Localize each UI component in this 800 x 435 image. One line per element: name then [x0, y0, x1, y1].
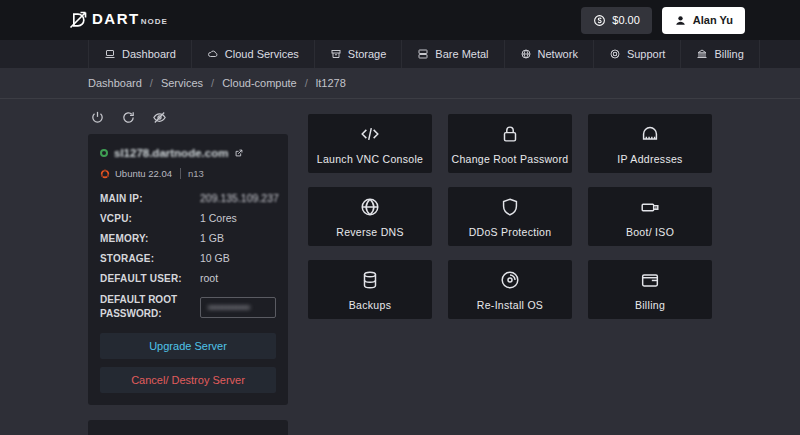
os-row: Ubuntu 22.04 n13: [100, 168, 276, 188]
user-avatar-icon: [674, 14, 687, 27]
detail-label: MEMORY:: [100, 233, 200, 244]
brand-name: DART: [92, 10, 140, 27]
nav-item-billing[interactable]: Billing: [681, 40, 759, 68]
nav-label: Support: [627, 48, 666, 60]
breadcrumb-separator: /: [305, 77, 308, 89]
tile-label: DDoS Protection: [469, 226, 552, 238]
tile-label: Change Root Password: [452, 153, 569, 165]
nav-item-storage[interactable]: Storage: [315, 40, 403, 68]
billing-icon: [696, 48, 708, 60]
nav-item-network[interactable]: Network: [505, 40, 594, 68]
user-name: Alan Yu: [693, 14, 733, 26]
dart-arrow-icon: [68, 10, 88, 30]
reverse-dns-button[interactable]: Reverse DNS: [308, 187, 432, 246]
shield-icon: [499, 196, 521, 218]
nav-item-cloud-services[interactable]: Cloud Services: [192, 40, 315, 68]
billing-button[interactable]: Billing: [588, 260, 712, 319]
coin-icon: [593, 14, 606, 27]
user-menu-button[interactable]: Alan Yu: [662, 7, 745, 34]
cloud-icon: [207, 48, 219, 60]
ddos-protection-button[interactable]: DDoS Protection: [448, 187, 572, 246]
nav-item-support[interactable]: Support: [594, 40, 682, 68]
detail-label: STORAGE:: [100, 253, 200, 264]
root-password-value: ••••••••••••: [208, 302, 250, 313]
breadcrumb-dashboard[interactable]: Dashboard: [88, 77, 142, 89]
boot-iso-button[interactable]: Boot/ ISO: [588, 187, 712, 246]
vcpu-value: 1 Cores: [200, 212, 237, 224]
nav-item-bare-metal[interactable]: Bare Metal: [402, 40, 504, 68]
nav-label: Bare Metal: [435, 48, 488, 60]
tile-label: Reverse DNS: [336, 226, 403, 238]
hostname-row: sl1278.dartnode.com: [100, 144, 276, 168]
upgrade-server-button[interactable]: Upgrade Server: [100, 333, 276, 359]
lock-icon: [499, 123, 521, 145]
balance-amount: $0.00: [612, 14, 640, 26]
main-nav: Dashboard Cloud Services Storage Bare Me…: [0, 40, 800, 68]
nav-label: Cloud Services: [225, 48, 299, 60]
detail-row-memory: MEMORY: 1 GB: [100, 228, 276, 248]
reboot-button[interactable]: [121, 110, 136, 125]
server-info-card: sl1278.dartnode.com Ubuntu 22.04 n13 MAI…: [88, 134, 288, 405]
cancel-destroy-server-button[interactable]: Cancel/ Destroy Server: [100, 367, 276, 393]
os-name: Ubuntu 22.04: [115, 168, 172, 179]
dartnode-logo[interactable]: DART NODE: [68, 10, 168, 30]
node-tag: n13: [180, 168, 204, 179]
nav-item-dashboard[interactable]: Dashboard: [88, 40, 192, 68]
root-password-row: DEFAULT ROOT PASSWORD: ••••••••••••: [100, 288, 276, 324]
topbar-actions: $0.00 Alan Yu: [581, 7, 745, 34]
detail-row-main-ip: MAIN IP: 209.135.109.237: [100, 188, 276, 208]
tile-label: Boot/ ISO: [626, 226, 674, 238]
server-status-indicator: [100, 149, 108, 157]
detail-label: VCPU:: [100, 213, 200, 224]
breadcrumb-separator: /: [211, 77, 214, 89]
breadcrumb: Dashboard / Services / Cloud-compute / l…: [0, 68, 800, 99]
support-icon: [609, 48, 621, 60]
usage-monitor-header: [88, 420, 288, 435]
breadcrumb-separator: /: [150, 77, 153, 89]
nav-label: Dashboard: [122, 48, 176, 60]
nav-label: Billing: [714, 48, 743, 60]
ubuntu-icon: [100, 169, 110, 179]
ethernet-icon: [639, 123, 661, 145]
tile-label: Backups: [349, 299, 391, 311]
hide-details-button[interactable]: [152, 110, 167, 125]
server-sidebar: sl1278.dartnode.com Ubuntu 22.04 n13 MAI…: [88, 107, 288, 435]
launch-vnc-console-button[interactable]: Launch VNC Console: [308, 114, 432, 173]
tile-label: Billing: [635, 299, 665, 311]
main-ip-value: 209.135.109.237: [200, 192, 279, 204]
storage-value: 10 GB: [200, 252, 230, 264]
nav-label: Network: [538, 48, 578, 60]
root-password-field[interactable]: ••••••••••••: [200, 297, 276, 318]
power-button[interactable]: [90, 110, 105, 125]
detail-label: DEFAULT USER:: [100, 273, 200, 284]
tile-label: Launch VNC Console: [317, 153, 423, 165]
server-hostname-link[interactable]: sl1278.dartnode.com: [114, 147, 228, 159]
memory-value: 1 GB: [200, 232, 224, 244]
breadcrumb-services[interactable]: Services: [161, 77, 203, 89]
balance-button[interactable]: $0.00: [581, 7, 652, 34]
ip-addresses-button[interactable]: IP Addresses: [588, 114, 712, 173]
database-icon: [359, 269, 381, 291]
root-password-label: DEFAULT ROOT PASSWORD:: [100, 293, 200, 321]
top-bar: DART NODE $0.00 Alan Yu: [0, 0, 800, 40]
usage-monitor-card: RAM 55%: [88, 420, 288, 435]
main-content: sl1278.dartnode.com Ubuntu 22.04 n13 MAI…: [0, 99, 800, 435]
globe-icon: [359, 196, 381, 218]
change-root-password-button[interactable]: Change Root Password: [448, 114, 572, 173]
disc-icon: [499, 269, 521, 291]
default-user-value: root: [200, 272, 218, 284]
storage-icon: [330, 48, 342, 60]
server-actions-grid: Launch VNC Console Change Root Password …: [308, 114, 712, 435]
backups-button[interactable]: Backups: [308, 260, 432, 319]
tile-label: Re-Install OS: [477, 299, 543, 311]
detail-row-storage: STORAGE: 10 GB: [100, 248, 276, 268]
detail-row-default-user: DEFAULT USER: root: [100, 268, 276, 288]
tile-label: IP Addresses: [617, 153, 682, 165]
brand-suffix: NODE: [141, 17, 168, 26]
reinstall-os-button[interactable]: Re-Install OS: [448, 260, 572, 319]
breadcrumb-server-id[interactable]: lt1278: [316, 77, 346, 89]
breadcrumb-cloud-compute[interactable]: Cloud-compute: [222, 77, 297, 89]
external-link-icon[interactable]: [234, 148, 244, 158]
detail-row-vcpu: VCPU: 1 Cores: [100, 208, 276, 228]
server-tools: [88, 107, 288, 134]
